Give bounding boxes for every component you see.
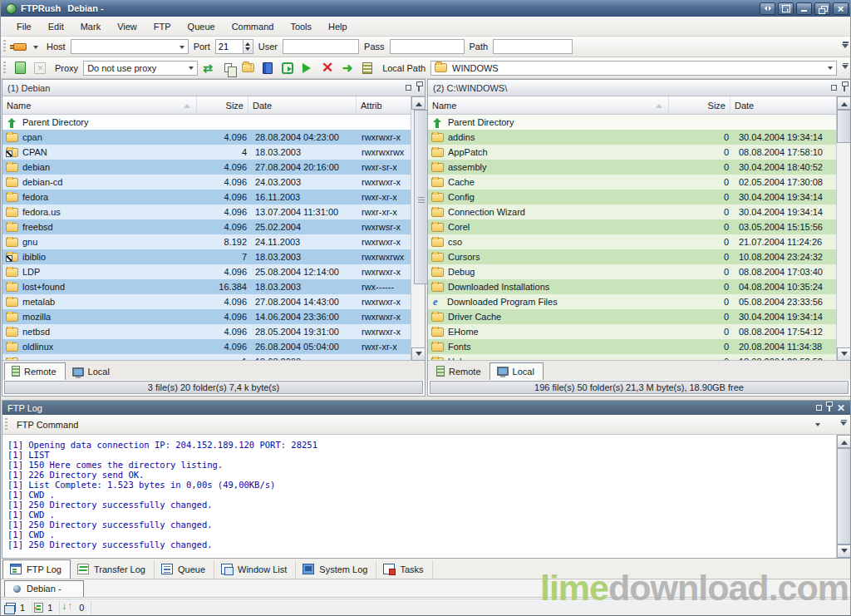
queue-list-button[interactable] xyxy=(357,59,377,77)
scroll-thumb[interactable] xyxy=(837,448,850,545)
column-header-size[interactable]: Size xyxy=(197,96,248,114)
file-row[interactable]: Config030.04.2004 19:34:14 xyxy=(428,190,838,205)
file-row[interactable]: gnu8.19224.11.2003rwxrwxr-x xyxy=(2,234,412,249)
tab-transfer-log[interactable]: Transfer Log xyxy=(71,560,155,579)
pin-panel-icon[interactable] xyxy=(829,405,830,411)
menu-command[interactable]: Command xyxy=(224,19,282,34)
tab-local[interactable]: Local xyxy=(66,364,118,380)
path-input[interactable] xyxy=(493,39,573,54)
remote-scrollbar[interactable] xyxy=(411,96,425,361)
scroll-down-icon[interactable] xyxy=(837,545,850,558)
column-header-size[interactable]: Size xyxy=(669,96,730,114)
file-row[interactable]: ibiblio718.03.2003rwxrwxrwx xyxy=(2,249,412,264)
tab-ftp-log[interactable]: FTP Log xyxy=(2,559,71,579)
toolbar-grip[interactable] xyxy=(3,40,6,53)
file-row[interactable]: addins030.04.2004 19:34:14 xyxy=(428,130,838,145)
file-row[interactable]: cso021.07.2004 11:24:26 xyxy=(428,234,838,249)
file-row[interactable]: Connection Wizard030.04.2004 19:34:14 xyxy=(428,205,838,219)
local-scrollbar[interactable] xyxy=(836,96,850,361)
restore-button[interactable] xyxy=(814,2,830,15)
file-row[interactable]: lost+found16.38418.03.2003rwx------ xyxy=(2,279,412,294)
transfer-mode-button[interactable]: ⇄ xyxy=(198,59,218,77)
menu-mark[interactable]: Mark xyxy=(73,19,108,34)
file-row[interactable]: 118.03.2003 xyxy=(2,354,412,360)
tab-local[interactable]: Local xyxy=(489,362,544,380)
session-tab-debian[interactable]: Debian - xyxy=(4,580,84,597)
connect-dropdown-icon[interactable] xyxy=(33,46,38,52)
menu-view[interactable]: View xyxy=(110,19,145,34)
column-header-date[interactable]: Date xyxy=(730,96,850,114)
menu-ftp[interactable]: FTP xyxy=(146,19,179,34)
tab-window-list[interactable]: Window List xyxy=(214,560,296,579)
file-row[interactable]: oldlinux4.09626.08.2004 05:04:00rwxr-xr-… xyxy=(2,339,412,354)
scroll-down-icon[interactable] xyxy=(837,347,851,361)
pin-panel-icon[interactable] xyxy=(418,85,420,91)
file-row[interactable]: fedora4.09616.11.2003rwxr-xr-x xyxy=(2,190,412,205)
close-button[interactable] xyxy=(833,2,849,15)
file-row[interactable]: LDP4.09625.08.2004 12:14:00rwxrwxr-x xyxy=(2,264,412,279)
stop-button[interactable]: ✕ xyxy=(317,59,337,77)
maximize-panel-icon[interactable] xyxy=(816,405,822,411)
file-row[interactable]: netbsd4.09628.05.2004 19:31:00rwxrwxr-x xyxy=(2,324,412,339)
file-row[interactable]: AppPatch008.08.2004 17:58:10 xyxy=(428,145,838,160)
local-panel-header[interactable]: (2) C:\WINDOWS\ xyxy=(428,80,850,96)
toolbar-overflow-icon[interactable] xyxy=(842,63,849,73)
file-row[interactable]: debian-cd4.09624.03.2003rwxrwxr-x xyxy=(2,175,412,190)
bookmarks-button[interactable] xyxy=(258,59,278,77)
log-scrollbar[interactable] xyxy=(836,435,850,558)
scroll-down-icon[interactable] xyxy=(411,347,426,361)
connect-button[interactable] xyxy=(10,37,30,56)
start-button[interactable] xyxy=(298,59,317,77)
file-row[interactable]: Cache002.05.2004 17:30:08 xyxy=(428,175,838,190)
file-row[interactable]: assembly030.04.2004 18:40:52 xyxy=(428,160,838,175)
tab-system-log[interactable]: System Log xyxy=(296,560,376,579)
scroll-thumb[interactable] xyxy=(414,110,428,284)
title-bar[interactable]: FTPRushDebian - xyxy=(1,0,851,17)
upload-button[interactable] xyxy=(238,59,258,77)
pin-panel-icon[interactable] xyxy=(844,85,845,91)
go-button[interactable]: ➜ xyxy=(337,59,357,77)
file-row[interactable]: Help018.08.2004 20:52:52 xyxy=(428,354,838,360)
file-row[interactable]: mozilla4.09614.06.2004 23:36:00rwxrwxr-x xyxy=(2,309,412,324)
file-row[interactable]: metalab4.09627.08.2004 14:43:00rwxrwxr-x xyxy=(2,294,412,309)
maximize-panel-icon[interactable] xyxy=(831,85,837,91)
maximize-panel-icon[interactable] xyxy=(406,85,411,91)
tab-queue[interactable]: Queue xyxy=(155,560,214,579)
toolbar-grip[interactable] xyxy=(5,418,7,431)
menu-queue[interactable]: Queue xyxy=(180,19,223,34)
toolbar-overflow-icon[interactable] xyxy=(840,420,847,430)
tab-remote[interactable]: Remote xyxy=(430,363,489,380)
file-row[interactable]: CPAN418.03.2003rwxrwxrwx xyxy=(2,145,412,160)
proxy-combo[interactable]: Do not use proxy xyxy=(83,61,198,76)
command-dropdown-icon[interactable] xyxy=(815,423,820,429)
pass-input[interactable] xyxy=(390,39,465,54)
file-row[interactable]: Downloaded Installations004.08.2004 10:3… xyxy=(428,279,838,294)
disabled-button[interactable] xyxy=(30,59,50,77)
scroll-thumb[interactable] xyxy=(837,110,851,143)
file-row[interactable]: cpan4.09628.08.2004 04:23:00rwxrwxr-x xyxy=(2,130,412,145)
ftp-log-header[interactable]: FTP Log ✕ xyxy=(2,401,850,415)
remote-panel-header[interactable]: (1) Debian xyxy=(2,80,425,96)
split-view-button[interactable] xyxy=(760,2,775,15)
scroll-up-icon[interactable] xyxy=(837,96,851,110)
ftp-log-body[interactable]: [1] Opening data connection IP: 204.152.… xyxy=(2,435,850,558)
port-input[interactable] xyxy=(215,39,243,54)
minimize-to-tray-button[interactable] xyxy=(778,2,794,15)
menu-help[interactable]: Help xyxy=(321,19,355,34)
file-row[interactable]: Downloaded Program Files005.08.2004 23:3… xyxy=(428,294,838,309)
file-row[interactable]: Corel003.05.2004 15:15:56 xyxy=(428,219,838,234)
new-connection-button[interactable] xyxy=(10,59,30,77)
toolbar-overflow-icon[interactable] xyxy=(842,42,849,52)
user-input[interactable] xyxy=(283,39,359,54)
close-panel-icon[interactable]: ✕ xyxy=(837,403,845,413)
tab-tasks[interactable]: Tasks xyxy=(376,560,432,579)
file-row[interactable]: Cursors010.08.2004 23:24:32 xyxy=(428,249,838,264)
toolbar-grip[interactable] xyxy=(3,62,6,75)
file-row[interactable]: debian4.09627.08.2004 20:16:00rwxr-sr-x xyxy=(2,160,412,175)
menu-edit[interactable]: Edit xyxy=(41,19,71,34)
scroll-up-icon[interactable] xyxy=(411,96,426,110)
file-row[interactable]: Fonts020.08.2004 11:34:38 xyxy=(428,339,838,354)
file-row[interactable]: Driver Cache030.04.2004 19:34:14 xyxy=(428,309,838,324)
file-row[interactable]: fedora.us4.09613.07.2004 11:31:00rwxr-xr… xyxy=(2,205,412,219)
file-row[interactable]: Parent Directory xyxy=(2,115,412,130)
